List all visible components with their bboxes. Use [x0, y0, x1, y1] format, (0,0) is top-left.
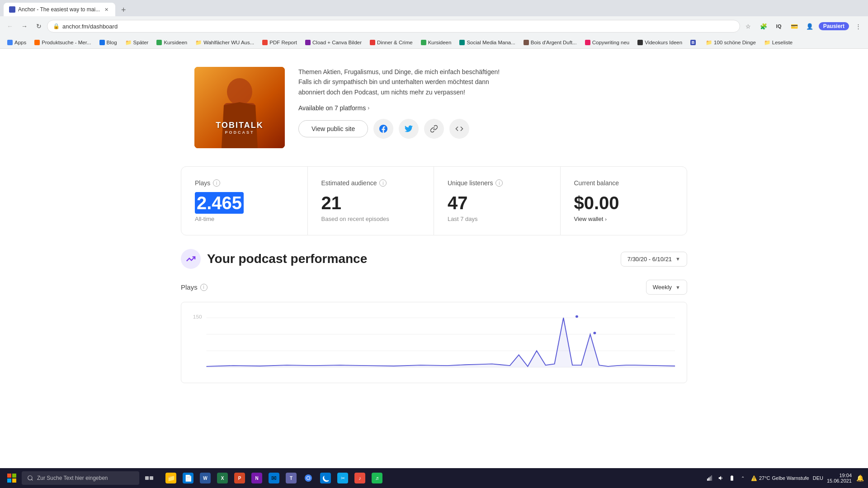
tab-title: Anchor - The easiest way to mai... [18, 6, 100, 13]
notification-center-button[interactable]: 🔔 [855, 474, 864, 483]
task-view-button[interactable] [141, 470, 157, 486]
edge-icon [320, 473, 331, 483]
bookmark-copywriting[interactable]: Copywriting neu [581, 39, 633, 46]
chart-peak-dot2 [593, 332, 596, 334]
battery-icon[interactable] [727, 474, 736, 483]
bookmark-favicon [305, 40, 311, 45]
podcast-description: Themen Aktien, Frugalismus, und Dinge, d… [298, 67, 674, 97]
bookmark-kursideen1[interactable]: Kursideen [153, 39, 191, 46]
taskbar-music[interactable]: ♪ [352, 470, 368, 486]
taskbar-excel[interactable]: X [214, 470, 231, 486]
back-button[interactable]: ← [4, 20, 16, 33]
volume-icon[interactable] [717, 474, 726, 483]
bookmarks-bar: Apps Produktsuche - Mer... Blog 📁 Später… [0, 36, 868, 49]
embed-button[interactable] [449, 119, 469, 139]
platforms-text: Available on 7 platforms [298, 104, 366, 112]
wallet-icon[interactable]: 💳 [788, 20, 801, 33]
network-icon[interactable] [706, 474, 715, 483]
bookmark-label: Dinner & Crime [377, 40, 413, 45]
bookmark-100dinge[interactable]: 📁 100 schöne Dinge [702, 38, 760, 47]
frequency-dropdown-button[interactable]: Weekly ▼ [646, 280, 687, 295]
mail-icon: ✉ [269, 473, 279, 483]
forward-button[interactable]: → [18, 20, 31, 33]
platforms-link[interactable]: Available on 7 platforms › [298, 104, 674, 112]
word-icon: W [200, 473, 211, 483]
bookmark-favicon [370, 40, 375, 45]
bookmark-wahlfacher[interactable]: 📁 Wahlfächer WU Aus... [192, 38, 258, 47]
bookmark-label: Leseliste [772, 40, 793, 45]
view-public-site-button[interactable]: View public site [298, 120, 368, 137]
bookmark-pdf[interactable]: PDF Report [259, 39, 301, 46]
frequency-text: Weekly [653, 284, 672, 291]
start-button[interactable] [4, 470, 20, 486]
address-bar[interactable]: 🔒 anchor.fm/dashboard [47, 20, 740, 33]
extension-icon[interactable]: 🧩 [757, 20, 770, 33]
plays-chart-info-icon[interactable]: i [200, 284, 208, 291]
bookmark-videokurs[interactable]: Videokurs Ideen [634, 39, 686, 46]
twitter-share-button[interactable] [399, 119, 419, 139]
bookmark-bois[interactable]: Bois d'Argent Duft... [520, 39, 580, 46]
bookmark-social[interactable]: Social Media Mana... [456, 39, 519, 46]
taskbar-edge[interactable] [317, 470, 334, 486]
copy-link-button[interactable] [424, 119, 444, 139]
taskbar-file-explorer[interactable]: 📁 [163, 470, 179, 486]
bookmark-dinner[interactable]: Dinner & Crime [366, 39, 416, 46]
taskbar-spotify[interactable]: ♬ [369, 470, 385, 486]
taskbar-chrome[interactable] [300, 470, 316, 486]
taskbar-mail[interactable]: ✉ [266, 470, 282, 486]
bookmark-blog[interactable]: Blog [96, 39, 121, 46]
folder-icon: 📁 [125, 39, 132, 46]
taskbar-snipping[interactable]: ✂ [335, 470, 351, 486]
taskbar-word[interactable]: W [197, 470, 213, 486]
performance-icon [181, 249, 201, 269]
performance-header: Your podcast performance 7/30/20 - 6/10/… [181, 249, 687, 269]
bookmark-produktsuche[interactable]: Produktsuche - Mer... [31, 39, 94, 46]
bookmark-label: Wahlfächer WU Aus... [203, 40, 254, 45]
bookmark-label: Videokurs Ideen [645, 40, 682, 45]
stat-audience-value: 21 [321, 194, 420, 212]
stats-grid: Plays i 2.465 All-time Estimated audienc… [181, 166, 687, 235]
new-tab-button[interactable]: + [117, 4, 130, 16]
bookmark-favicon [421, 40, 426, 45]
profile-button[interactable]: Pausiert [819, 22, 849, 30]
taskbar-teams[interactable]: T [283, 470, 299, 486]
date-range-button[interactable]: 7/30/20 - 6/10/21 ▼ [621, 252, 687, 267]
audience-info-icon[interactable]: i [379, 179, 387, 187]
facebook-share-button[interactable] [373, 119, 393, 139]
bookmark-b[interactable]: B [687, 39, 701, 46]
bookmark-kursideen2[interactable]: Kursideen [417, 39, 455, 46]
taskbar-onenote[interactable]: N [249, 470, 265, 486]
svg-rect-4 [7, 474, 11, 478]
taskbar-powerpoint[interactable]: P [231, 470, 248, 486]
bookmark-favicon [7, 40, 13, 45]
listeners-info-icon[interactable]: i [495, 179, 503, 187]
bookmark-star-icon[interactable]: ☆ [742, 20, 755, 33]
bookmark-apps[interactable]: Apps [4, 39, 30, 46]
browser-window: Anchor - The easiest way to mai... ✕ + ←… [0, 0, 868, 488]
menu-icon[interactable]: ⋮ [852, 20, 864, 33]
temperature-text: 27°C [759, 475, 770, 481]
refresh-button[interactable]: ↻ [33, 20, 45, 33]
iq-icon[interactable]: IQ [773, 20, 785, 33]
plays-info-icon[interactable]: i [213, 179, 220, 187]
tab-favicon [9, 6, 15, 13]
bookmark-label: Blog [107, 40, 117, 45]
active-tab[interactable]: Anchor - The easiest way to mai... ✕ [4, 3, 115, 16]
music-icon: ♪ [354, 473, 365, 483]
bookmark-spater[interactable]: 📁 Später [122, 38, 152, 47]
view-wallet-link[interactable]: View wallet › [574, 216, 674, 222]
taskbar-search-box[interactable]: Zur Suche Text hier eingeben [22, 471, 139, 485]
taskbar-files[interactable]: 📄 [180, 470, 196, 486]
person-icon[interactable]: 👤 [803, 20, 816, 33]
stat-listeners: Unique listeners i 47 Last 7 days [434, 167, 561, 235]
stat-plays-sublabel: All-time [195, 216, 294, 222]
tab-close-button[interactable]: ✕ [103, 6, 110, 13]
stat-plays: Plays i 2.465 All-time [181, 167, 308, 235]
stat-listeners-label: Unique listeners i [448, 179, 547, 187]
bookmark-label: Produktsuche - Mer... [42, 40, 91, 45]
up-arrow-icon[interactable]: ⌃ [738, 474, 747, 483]
podcast-image-inner: TOBITALK PODCAST [194, 67, 285, 148]
bookmark-canva[interactable]: Cload + Canva Bilder [302, 39, 365, 46]
bookmark-favicon [262, 40, 268, 45]
bookmark-leseliste[interactable]: 📁 Leseliste [760, 38, 796, 47]
